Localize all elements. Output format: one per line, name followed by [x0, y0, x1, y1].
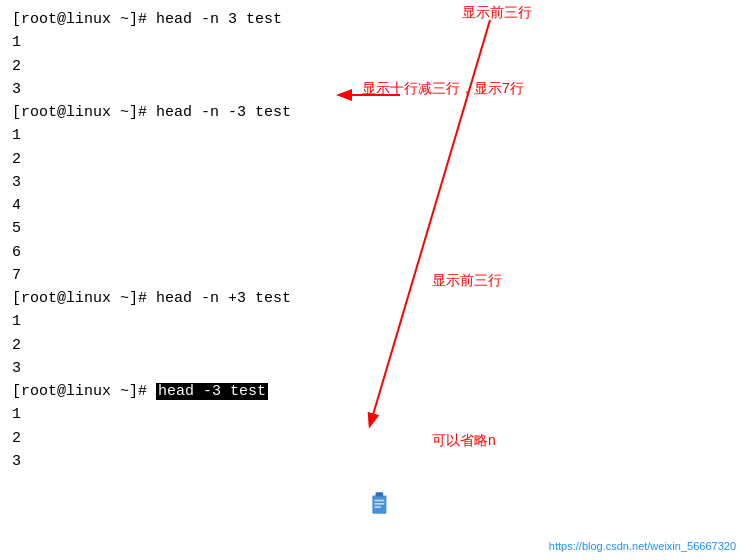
- annotation-2: 显示十行减三行，显示7行: [362, 80, 524, 98]
- output-4-1: 1: [12, 403, 732, 426]
- clipboard-icon: [368, 490, 394, 516]
- output-2-4: 4: [12, 194, 732, 217]
- annotation-3: 显示前三行: [432, 272, 502, 290]
- output-1-1: 1: [12, 31, 732, 54]
- output-1-2: 2: [12, 55, 732, 78]
- cmd-line-3: [root@linux ~]# head -n +3 test: [12, 287, 732, 310]
- watermark: https://blog.csdn.net/weixin_56667320: [549, 540, 736, 552]
- output-3-3: 3: [12, 357, 732, 380]
- output-3-1: 1: [12, 310, 732, 333]
- cmd-line-4: [root@linux ~]# head -3 test: [12, 380, 732, 403]
- output-2-2: 2: [12, 148, 732, 171]
- output-2-3: 3: [12, 171, 732, 194]
- output-2-1: 1: [12, 124, 732, 147]
- svg-rect-3: [375, 503, 385, 505]
- output-3-2: 2: [12, 334, 732, 357]
- annotation-1: 显示前三行: [462, 4, 532, 22]
- svg-rect-4: [375, 506, 382, 508]
- output-4-3: 3: [12, 450, 732, 473]
- output-2-5: 5: [12, 217, 732, 240]
- output-2-7: 7: [12, 264, 732, 287]
- cmd-line-1: [root@linux ~]# head -n 3 test: [12, 8, 732, 31]
- cmd-line-2: [root@linux ~]# head -n -3 test: [12, 101, 732, 124]
- highlighted-command: head -3 test: [156, 383, 268, 400]
- annotation-4: 可以省略n: [432, 432, 496, 450]
- output-2-6: 6: [12, 241, 732, 264]
- svg-rect-2: [375, 500, 385, 502]
- output-4-2: 2: [12, 427, 732, 450]
- svg-rect-1: [376, 492, 384, 496]
